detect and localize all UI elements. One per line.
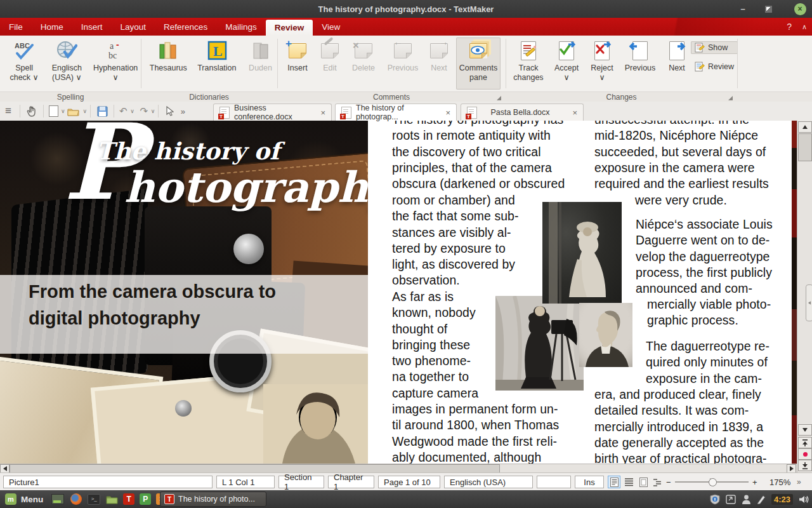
horizontal-scrollbar-thumb[interactable]: [10, 464, 500, 473]
photo-man-portrait[interactable]: [579, 303, 632, 367]
doc-text-block[interactable]: As far as is known, nobody thought of br…: [392, 289, 478, 401]
select-mode-button[interactable]: [162, 104, 177, 119]
next-page-button[interactable]: [798, 460, 812, 471]
firefox-launcher[interactable]: [67, 490, 85, 508]
taskbar-window-button[interactable]: T The history of photo...: [160, 491, 266, 507]
status-section-field[interactable]: Section 1: [278, 476, 324, 488]
spell-check-button[interactable]: ABC Spell check ∨: [5, 37, 43, 90]
photo-woman-with-camera[interactable]: [495, 296, 584, 391]
doc-tab-pasta-bella[interactable]: T Pasta Bella.docx ×: [461, 104, 584, 121]
scroll-down-button[interactable]: [798, 424, 812, 436]
remote-screen-icon[interactable]: [726, 495, 736, 504]
status-position-field[interactable]: L 1 Col 1: [216, 476, 275, 488]
menu-insert[interactable]: Insert: [72, 18, 112, 36]
statusbar-overflow-button[interactable]: »: [797, 476, 801, 488]
view-continuous-button[interactable]: [622, 476, 635, 488]
doc-text-block[interactable]: era, and produced clear, finely detailed…: [594, 387, 767, 464]
doc-text-block[interactable]: images in permanent form un- til around …: [392, 401, 559, 464]
toolbar-overflow-button[interactable]: »: [177, 104, 188, 119]
touch-mode-button[interactable]: [23, 104, 40, 119]
cover-photo[interactable]: From the camera obscura to digital photo…: [0, 121, 368, 464]
update-shield-icon[interactable]: [710, 494, 720, 505]
undo-dropdown[interactable]: ∨: [130, 108, 134, 114]
doc-tab-business-conference[interactable]: T Business conference.docx ×: [213, 104, 332, 121]
terminal-launcher[interactable]: >_: [85, 490, 103, 508]
restore-button[interactable]: [759, 0, 778, 18]
review-button[interactable]: Review: [691, 60, 738, 73]
volume-icon[interactable]: [799, 495, 809, 504]
status-chapter-field[interactable]: Chapter 1: [328, 476, 374, 488]
menu-references[interactable]: References: [155, 18, 216, 36]
scroll-up-button[interactable]: [798, 121, 812, 133]
menu-review[interactable]: Review: [266, 20, 313, 36]
new-document-button[interactable]: [47, 104, 60, 119]
redo-dropdown[interactable]: ∨: [151, 108, 155, 114]
track-changes-button[interactable]: Track changes: [511, 37, 546, 90]
reject-change-button[interactable]: Reject ∨: [587, 37, 617, 90]
thesaurus-button[interactable]: Thesaurus: [147, 37, 190, 90]
view-outline-button[interactable]: [652, 476, 664, 488]
doc-text-block[interactable]: The daguerreotype re- quired only minute…: [646, 338, 769, 387]
scroll-left-button[interactable]: [0, 464, 10, 473]
minimize-button[interactable]: −: [733, 0, 752, 18]
view-normal-button[interactable]: [608, 476, 620, 488]
insert-comment-button[interactable]: + Insert: [282, 37, 313, 90]
scroll-right-button[interactable]: [787, 464, 796, 473]
accept-change-button[interactable]: Accept ∨: [550, 37, 583, 90]
user-icon[interactable]: [742, 494, 751, 504]
open-button[interactable]: [65, 104, 82, 119]
new-document-dropdown[interactable]: ∨: [61, 108, 65, 114]
hyphenation-button[interactable]: a- bc Hyphenation ∨: [90, 37, 141, 90]
browse-object-button[interactable]: [798, 448, 812, 460]
sidebar-collapse-handle[interactable]: [806, 284, 812, 321]
vertical-scrollbar-thumb[interactable]: [798, 133, 812, 161]
help-button[interactable]: ?: [787, 22, 792, 32]
close-button[interactable]: ×: [790, 0, 809, 18]
doc-text-block[interactable]: mercially viable photo- graphic process.: [647, 297, 771, 329]
menu-home[interactable]: Home: [32, 18, 72, 36]
undo-button[interactable]: ↶: [117, 104, 129, 119]
mint-menu-button[interactable]: m Menu: [0, 490, 48, 508]
hamburger-menu-button[interactable]: ≡: [0, 104, 16, 119]
planmaker-launcher[interactable]: P: [137, 490, 154, 508]
menu-view[interactable]: View: [313, 18, 349, 36]
file-manager-launcher[interactable]: [103, 490, 121, 508]
doc-text-block[interactable]: room or chamber) and the fact that some …: [392, 192, 519, 289]
previous-change-button[interactable]: Previous: [621, 37, 659, 90]
show-desktop-button[interactable]: [48, 490, 67, 508]
redo-button[interactable]: ↷: [138, 104, 150, 119]
language-button[interactable]: Englisch (USA) ∨: [47, 37, 86, 90]
save-button[interactable]: [94, 104, 110, 119]
open-dropdown[interactable]: ∨: [83, 108, 88, 114]
zoom-level[interactable]: 175%: [769, 476, 790, 488]
tab-close-icon[interactable]: ×: [445, 108, 450, 117]
tab-close-icon[interactable]: ×: [572, 108, 577, 117]
show-button[interactable]: Show: [691, 41, 738, 54]
doc-text-block[interactable]: Niépce‘s associate Louis Daguerre went o…: [636, 217, 773, 297]
tab-close-icon[interactable]: ×: [320, 108, 325, 117]
zoom-out-button[interactable]: −: [666, 476, 671, 488]
doc-text-block[interactable]: The history of photography has roots in …: [392, 121, 565, 192]
document-page[interactable]: From the camera obscura to digital photo…: [0, 121, 812, 464]
status-language-field[interactable]: Englisch (USA): [444, 476, 533, 488]
view-page-layout-button[interactable]: [637, 476, 650, 488]
status-object-field[interactable]: Picture1: [3, 476, 213, 488]
changes-dialog-launcher[interactable]: [728, 96, 733, 100]
doc-tab-history-of-photography[interactable]: T The history of photograp... ×: [335, 104, 457, 121]
translation-button[interactable]: L Translation: [195, 37, 240, 90]
menu-layout[interactable]: Layout: [112, 18, 155, 36]
comments-dialog-launcher[interactable]: [497, 96, 501, 100]
zoom-in-button[interactable]: +: [752, 476, 757, 488]
status-insert-mode-field[interactable]: Ins: [575, 476, 604, 488]
photo-woman-in-garden[interactable]: [542, 202, 622, 304]
clock[interactable]: 4:23: [771, 494, 793, 505]
doc-text-block[interactable]: unsuccessful attempt. In the mid-1820s, …: [594, 121, 769, 192]
zoom-slider-handle[interactable]: [709, 478, 717, 486]
comments-pane-button[interactable]: Comments pane: [456, 37, 501, 90]
menu-mailings[interactable]: Mailings: [216, 18, 266, 36]
stylus-icon[interactable]: [757, 494, 766, 504]
doc-text-block[interactable]: were very crude.: [635, 192, 727, 208]
collapse-ribbon-button[interactable]: ∧: [802, 23, 807, 31]
horizontal-scrollbar[interactable]: [0, 464, 797, 472]
textmaker-launcher[interactable]: T: [121, 490, 137, 508]
